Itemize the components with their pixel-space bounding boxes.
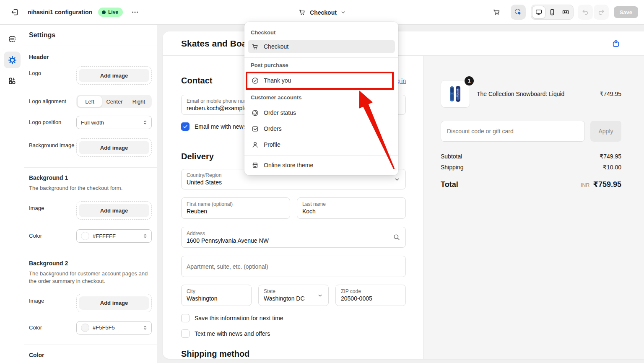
live-status-badge: Live (98, 8, 123, 17)
alignment-right-option[interactable]: Right (127, 96, 151, 107)
fullwidth-view-button[interactable] (559, 6, 572, 18)
background1-add-image-button[interactable]: Add image (79, 204, 149, 217)
save-button[interactable]: Save (614, 6, 638, 18)
background-add-image-dropzone[interactable]: Add image (76, 138, 152, 157)
header-section-title: Header (29, 54, 152, 60)
settings-panel: Settings Header Logo Add image Logo alig… (24, 25, 157, 363)
product-title: The Collection Snowboard: Liquid (477, 91, 600, 97)
divider (24, 345, 157, 345)
color-swatch (81, 232, 89, 240)
background2-color-value: #F5F5F5 (93, 324, 142, 331)
discount-code-input[interactable]: Discount code or gift card (441, 121, 585, 142)
background2-description: The background for customer account page… (29, 270, 152, 285)
preview-canvas: Skates and Boards Contact Log in Email o… (157, 25, 644, 363)
more-options-icon[interactable] (129, 6, 141, 18)
top-bar-left: nihasini1 configuration Live (0, 6, 141, 18)
background1-image-row: Image Add image (29, 201, 152, 220)
logo-position-label: Logo position (29, 116, 76, 126)
logo-add-image-dropzone[interactable]: Add image (76, 66, 152, 85)
checkout-body: Contact Log in Email or mobile phone num… (163, 56, 644, 359)
contact-heading: Contact (181, 76, 212, 86)
order-status-icon (251, 109, 259, 117)
apartment-field[interactable]: Apartment, suite, etc. (optional) (181, 256, 406, 277)
logo-position-select[interactable]: Full width (76, 116, 152, 129)
settings-panel-title: Settings (29, 31, 152, 39)
background1-color-select[interactable]: #FFFFFF (76, 229, 152, 243)
background2-color-select[interactable]: #F5F5F5 (76, 321, 152, 334)
chevron-down-icon (340, 10, 346, 15)
storefront-icon (251, 161, 259, 169)
editor-rail (0, 25, 24, 363)
logo-label: Logo (29, 66, 76, 77)
background2-image-label: Image (29, 294, 76, 305)
background2-color-row: Color #F5F5F5 (29, 321, 152, 334)
bag-icon[interactable] (611, 39, 621, 48)
city-field[interactable]: City Washington (181, 285, 252, 306)
checkbox-unchecked-icon[interactable] (181, 314, 190, 322)
history-buttons (578, 5, 609, 20)
configuration-title: nihasini1 configuration (28, 9, 92, 16)
live-dot-icon (102, 10, 106, 14)
inspector-tool-button[interactable] (511, 5, 526, 20)
zip-field[interactable]: ZIP code 20500-0005 (335, 285, 406, 306)
redo-icon[interactable] (594, 5, 609, 20)
cart-icon (251, 43, 259, 51)
color-swatch (81, 324, 89, 332)
logo-alignment-control: Left Center Right (76, 95, 152, 108)
currency-code: INR (581, 182, 590, 188)
first-name-field[interactable]: First name (optional) Reuben (181, 197, 290, 219)
cart-preview-icon[interactable] (491, 6, 503, 18)
checkout-preview: Skates and Boards Contact Log in Email o… (163, 31, 644, 359)
dropdown-item-profile[interactable]: Profile (248, 137, 395, 152)
exit-icon[interactable] (8, 6, 21, 18)
settings-icon[interactable] (4, 52, 21, 68)
svg-text:liquid: liquid (456, 88, 459, 97)
select-updown-icon (142, 119, 148, 125)
background2-add-image-dropzone[interactable]: Add image (76, 294, 152, 312)
dropdown-item-thank-you[interactable]: Thank you (248, 73, 395, 88)
alignment-center-option[interactable]: Center (102, 96, 127, 107)
shipping-method-heading: Shipping method (181, 349, 406, 359)
undo-icon[interactable] (578, 5, 593, 20)
background-add-image-button[interactable]: Add image (79, 141, 149, 154)
last-name-field[interactable]: Last name Koch (297, 197, 406, 219)
dropdown-item-order-status[interactable]: Order status (248, 106, 395, 120)
chevron-down-icon (394, 176, 400, 183)
profile-icon (251, 141, 259, 149)
apps-icon[interactable] (4, 73, 21, 89)
logo-position-row: Logo position Full width (29, 116, 152, 129)
page-selector-label: Checkout (310, 9, 337, 16)
desktop-view-button[interactable] (532, 6, 545, 18)
divider (24, 167, 157, 168)
device-toggle-group (531, 5, 574, 20)
divider (24, 46, 157, 46)
state-select[interactable]: State Washington DC (258, 285, 329, 306)
dropdown-item-online-store-theme[interactable]: Online store theme (248, 158, 395, 172)
shipping-row: Shipping ₹10.00 (441, 164, 621, 171)
checkbox-checked-icon[interactable] (181, 122, 190, 131)
text-news-checkbox[interactable]: Text me with news and offers (181, 329, 406, 338)
checkbox-unchecked-icon[interactable] (181, 329, 190, 338)
save-info-checkbox[interactable]: Save this information for next time (181, 314, 406, 322)
sections-icon[interactable] (4, 31, 21, 47)
address-field[interactable]: Address 1600 Pennsylvania Avenue NW (181, 227, 406, 248)
logo-alignment-row: Logo alignment Left Center Right (29, 95, 152, 108)
background1-add-image-dropzone[interactable]: Add image (76, 201, 152, 220)
apply-discount-button[interactable]: Apply (590, 121, 621, 142)
background1-image-label: Image (29, 201, 76, 212)
dropdown-section-post-purchase: Post purchase (244, 58, 398, 72)
quantity-badge: 1 (465, 76, 474, 86)
dropdown-item-orders[interactable]: Orders (248, 122, 395, 136)
logo-alignment-label: Logo alignment (29, 95, 76, 105)
top-bar: nihasini1 configuration Live Checkout (0, 0, 644, 25)
alignment-left-option[interactable]: Left (77, 96, 102, 107)
logo-add-image-button[interactable]: Add image (79, 69, 149, 82)
background2-color-label: Color (29, 321, 76, 332)
mobile-view-button[interactable] (545, 6, 559, 18)
top-bar-right: Save (491, 5, 644, 20)
dropdown-item-checkout[interactable]: Checkout (248, 40, 395, 53)
divider (244, 155, 398, 156)
background2-add-image-button[interactable]: Add image (79, 296, 149, 310)
background1-color-row: Color #FFFFFF (29, 229, 152, 243)
page-selector[interactable]: Checkout (298, 0, 346, 25)
